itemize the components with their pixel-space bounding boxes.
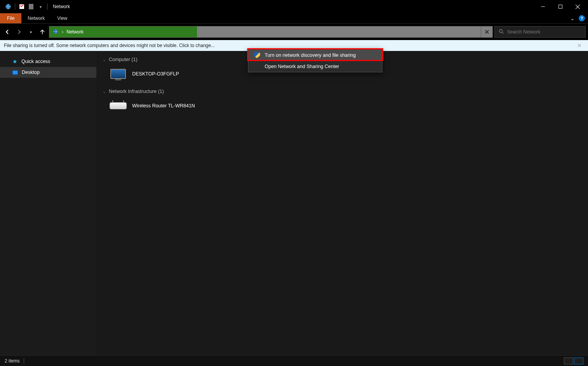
- status-bar: 2 items: [0, 355, 588, 366]
- network-icon: [52, 28, 59, 36]
- ribbon-collapse-icon[interactable]: ⌄: [570, 15, 575, 21]
- separator: [24, 358, 24, 364]
- window-controls: [534, 1, 586, 12]
- computer-icon: [110, 66, 127, 82]
- close-button[interactable]: [569, 1, 586, 12]
- breadcrumb-separator: ›: [62, 29, 63, 35]
- help-icon[interactable]: ?: [579, 15, 585, 21]
- tab-network[interactable]: Network: [21, 13, 51, 23]
- list-item-label: Wireless Router TL-WR841N: [132, 103, 195, 109]
- back-button[interactable]: [2, 26, 12, 37]
- breadcrumb-label[interactable]: Network: [66, 29, 84, 35]
- group-header-label: Computer (1): [109, 57, 138, 62]
- address-empty[interactable]: [197, 26, 481, 37]
- desktop-icon: [12, 70, 18, 75]
- address-breadcrumb[interactable]: › Network: [49, 26, 197, 37]
- properties-icon[interactable]: [17, 2, 26, 11]
- up-button[interactable]: [37, 26, 47, 37]
- address-bar[interactable]: › Network: [49, 26, 493, 38]
- qat-dropdown-icon[interactable]: ▾: [36, 2, 45, 11]
- view-mode-buttons: [564, 357, 583, 364]
- svg-point-6: [499, 29, 503, 32]
- star-icon: ★: [12, 58, 17, 65]
- app-icon: [4, 2, 12, 11]
- navigation-sidebar: ★ Quick access Desktop: [0, 51, 96, 355]
- group-header-label: Network Infrastructure (1): [109, 89, 164, 94]
- main-area: ★ Quick access Desktop ⌄ Computer (1) DE…: [0, 51, 588, 355]
- history-dropdown-icon[interactable]: ▾: [26, 26, 36, 37]
- view-large-icons-button[interactable]: [574, 357, 583, 364]
- separator: [47, 4, 47, 10]
- chevron-down-icon: ⌄: [103, 58, 106, 62]
- minimize-button[interactable]: [534, 1, 551, 12]
- menu-item-label: Turn on network discovery and file shari…: [265, 53, 356, 58]
- doc-icon[interactable]: [27, 2, 35, 11]
- sidebar-item-label: Desktop: [22, 70, 40, 75]
- info-bar-message[interactable]: File sharing is turned off. Some network…: [4, 43, 215, 48]
- tab-view[interactable]: View: [51, 13, 73, 23]
- list-item-label: DESKTOP-O3FGFLP: [132, 71, 179, 77]
- search-icon: [499, 29, 504, 35]
- maximize-button[interactable]: [551, 1, 569, 12]
- svg-rect-2: [29, 4, 33, 9]
- menu-item-turn-on-sharing[interactable]: Turn on network discovery and file shari…: [248, 49, 382, 61]
- navigation-row: ▾ › Network Search Network: [0, 24, 588, 40]
- router-icon: [110, 98, 127, 114]
- view-details-button[interactable]: [564, 357, 573, 364]
- sidebar-item-quick-access[interactable]: ★ Quick access: [0, 56, 96, 67]
- title-bar: ▾ Network: [0, 0, 588, 13]
- search-input[interactable]: Search Network: [494, 26, 586, 38]
- search-placeholder: Search Network: [507, 29, 540, 35]
- tab-file[interactable]: File: [0, 13, 21, 23]
- forward-button[interactable]: [14, 26, 24, 37]
- quick-access-toolbar: ▾: [2, 2, 49, 11]
- svg-rect-4: [558, 5, 562, 9]
- svg-line-7: [502, 32, 504, 33]
- content-pane: ⌄ Computer (1) DESKTOP-O3FGFLP ⌄ Network…: [96, 51, 588, 355]
- sidebar-item-desktop[interactable]: Desktop: [0, 67, 96, 78]
- shield-icon: [254, 52, 260, 58]
- refresh-button[interactable]: [481, 26, 492, 37]
- ribbon-tabs: File Network View ⌄ ?: [0, 13, 588, 24]
- list-item-router[interactable]: Wireless Router TL-WR841N: [100, 96, 584, 119]
- sidebar-item-label: Quick access: [21, 59, 50, 64]
- menu-item-label: Open Network and Sharing Center: [265, 64, 339, 69]
- chevron-down-icon: ⌄: [103, 89, 106, 94]
- window-title: Network: [53, 4, 70, 9]
- context-menu: Turn on network discovery and file shari…: [248, 49, 382, 72]
- separator: [15, 4, 15, 10]
- menu-item-open-sharing-center[interactable]: Open Network and Sharing Center: [248, 61, 382, 72]
- info-bar-close-icon[interactable]: ✕: [575, 42, 584, 49]
- group-header-network-infra[interactable]: ⌄ Network Infrastructure (1): [100, 87, 584, 96]
- status-text: 2 items: [5, 358, 20, 364]
